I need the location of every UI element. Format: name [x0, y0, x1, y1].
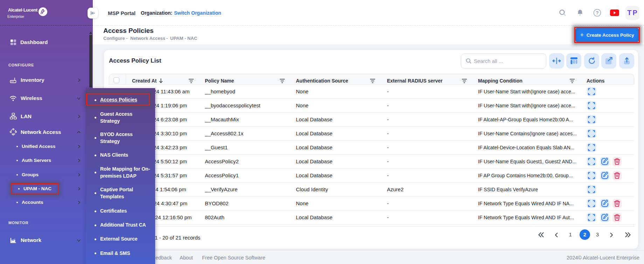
svg-text:?: ? — [596, 10, 599, 15]
